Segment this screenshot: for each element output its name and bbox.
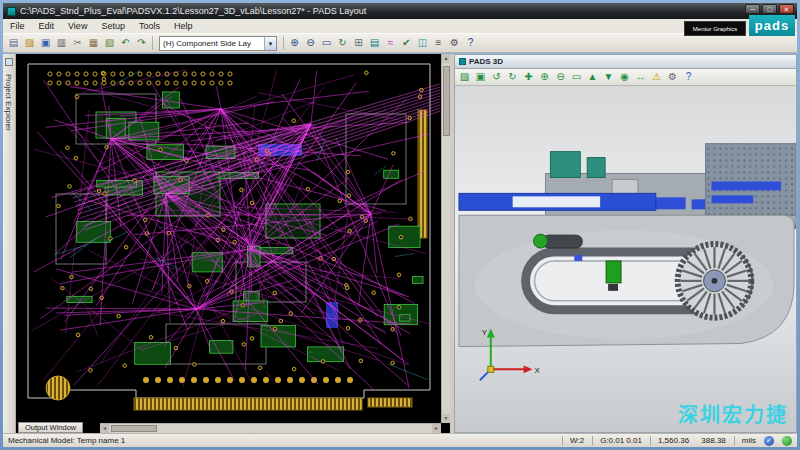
main-toolbar: ▤▨▣▥✂▦▧↶↷ (H) Component Side Lay ▾ ⊕⊖▭↻⊞… (3, 33, 797, 53)
print-icon[interactable]: ▥ (54, 35, 69, 51)
menu-bar: File Edit View Setup Tools Help (3, 19, 797, 33)
save-file-icon[interactable]: ▣ (38, 35, 53, 51)
scroll-right-icon[interactable]: ► (432, 424, 441, 433)
maximize-button[interactable]: □ (762, 4, 777, 14)
pads-3d-toolbar: ▨▣↺↻✚⊕⊖▭▲▼◉↔⚠⚙? (455, 69, 796, 86)
status-units[interactable]: mils (734, 436, 756, 445)
zoom-in-icon[interactable]: ⊕ (287, 35, 302, 51)
options-icon[interactable]: ⚙ (447, 35, 462, 51)
3d-viewport-container: Y X 深圳宏力捷 (455, 86, 796, 432)
status-bar: Mechanical Model: Temp name 1 W:2 G:0.01… (3, 433, 797, 447)
pan-icon[interactable]: ✚ (521, 69, 536, 85)
toolbar-separator (152, 36, 153, 50)
view-top-icon[interactable]: ▲ (585, 69, 600, 85)
minimize-button[interactable]: ─ (745, 4, 760, 14)
layout-canvas-area: ▲ ▼ Output Window ◄ ► (16, 54, 450, 433)
canvas-vertical-scrollbar[interactable]: ▲ ▼ (441, 54, 450, 423)
route-icon[interactable]: ≈ (383, 35, 398, 51)
rotate-right-icon[interactable]: ↻ (505, 69, 520, 85)
pads-3d-header[interactable]: PADS 3D (455, 55, 796, 69)
scroll-up-icon[interactable]: ▲ (442, 54, 450, 63)
window-title: C:\PADS_Stnd_Plus_Eval\PADSVX.1.2\Lesson… (20, 6, 366, 16)
watermark: 深圳宏力捷 (678, 399, 788, 428)
title-bar[interactable]: C:\PADS_Stnd_Plus_Eval\PADSVX.1.2\Lesson… (3, 3, 797, 19)
zoom-board-icon[interactable]: ▭ (319, 35, 334, 51)
grid-icon[interactable]: ⊞ (351, 35, 366, 51)
menu-item-setup[interactable]: Setup (94, 21, 132, 31)
scroll-down-icon[interactable]: ▼ (442, 414, 450, 423)
toolbar-separator (283, 36, 284, 50)
3d-viewport[interactable]: Y X (455, 86, 796, 432)
mentor-graphics-logo: Mentor Graphics (684, 21, 746, 36)
paste-icon[interactable]: ▧ (102, 35, 117, 51)
measure-3d-icon[interactable]: ↔ (633, 69, 648, 85)
output-window-button[interactable]: Output Window (18, 422, 83, 433)
menu-item-edit[interactable]: Edit (32, 21, 62, 31)
pads-3d-icon (459, 58, 466, 65)
undo-icon[interactable]: ↶ (118, 35, 133, 51)
status-indicator-blue[interactable]: ✓ (764, 436, 774, 446)
view-bottom-icon[interactable]: ▼ (601, 69, 616, 85)
y-axis-label: Y (482, 328, 488, 337)
brand-logos: Mentor Graphics pads (684, 15, 795, 36)
status-y-coordinate: 388.38 (701, 436, 725, 445)
menu-item-help[interactable]: Help (167, 21, 200, 31)
status-width: W:2 (562, 436, 584, 445)
horizontal-scroll-thumb[interactable] (111, 425, 157, 432)
pcb-canvas[interactable] (16, 54, 441, 423)
menu-item-view[interactable]: View (61, 21, 94, 31)
status-x-coordinate: 1,560.36 (658, 436, 689, 445)
warning-icon[interactable]: ⚠ (649, 69, 664, 85)
pads-layout-window: C:\PADS_Stnd_Plus_Eval\PADSVX.1.2\Lesson… (0, 0, 800, 450)
view-3d-icon[interactable]: ◫ (415, 35, 430, 51)
zoom-out-3d-icon[interactable]: ⊖ (553, 69, 568, 85)
redo-icon[interactable]: ↷ (134, 35, 149, 51)
new-document-icon[interactable]: ▤ (6, 35, 21, 51)
canvas-horizontal-scrollbar[interactable]: ◄ ► (100, 423, 441, 433)
pads-3d-title: PADS 3D (469, 57, 503, 66)
window-controls: ─ □ ✕ (745, 4, 794, 14)
menu-item-tools[interactable]: Tools (132, 21, 167, 31)
layer-selector-value: (H) Component Side Lay (163, 39, 251, 48)
zoom-out-icon[interactable]: ⊖ (303, 35, 318, 51)
layers-icon[interactable]: ▤ (367, 35, 382, 51)
x-axis-label: X (535, 366, 541, 375)
toolbar-icons-right: ⊕⊖▭↻⊞▤≈✔◫≡⚙? (287, 35, 478, 51)
snapshot-icon[interactable]: ◉ (617, 69, 632, 85)
zoom-in-3d-icon[interactable]: ⊕ (537, 69, 552, 85)
layer-selector[interactable]: (H) Component Side Lay ▾ (159, 36, 277, 51)
panel-tab-icon (5, 58, 13, 66)
scroll-left-icon[interactable]: ◄ (100, 424, 109, 433)
save-3d-icon[interactable]: ▣ (473, 69, 488, 85)
project-explorer-tab[interactable]: Project Explorer (3, 54, 16, 433)
status-grid: G:0.01 0.01 (592, 436, 642, 445)
cut-icon[interactable]: ✂ (70, 35, 85, 51)
status-message: Mechanical Model: Temp name 1 (8, 436, 554, 445)
pads-3d-panel: PADS 3D ▨▣↺↻✚⊕⊖▭▲▼◉↔⚠⚙? (454, 54, 797, 433)
close-button[interactable]: ✕ (779, 4, 794, 14)
menu-item-file[interactable]: File (3, 21, 32, 31)
help-icon[interactable]: ? (463, 35, 478, 51)
vertical-scroll-thumb[interactable] (443, 66, 450, 136)
open-file-icon[interactable]: ▨ (22, 35, 37, 51)
copy-icon[interactable]: ▦ (86, 35, 101, 51)
settings-3d-icon[interactable]: ⚙ (665, 69, 680, 85)
zoom-fit-3d-icon[interactable]: ▭ (569, 69, 584, 85)
status-indicator-green[interactable] (782, 436, 792, 446)
design-rules-icon[interactable]: ≡ (431, 35, 446, 51)
project-explorer-label: Project Explorer (4, 74, 13, 131)
pads-logo: pads (749, 15, 795, 36)
app-icon (7, 7, 16, 16)
redraw-icon[interactable]: ↻ (335, 35, 350, 51)
status-coordinates: 1,560.36 388.38 (650, 436, 726, 445)
open-3d-icon[interactable]: ▨ (457, 69, 472, 85)
verify-design-icon[interactable]: ✔ (399, 35, 414, 51)
chevron-down-icon[interactable]: ▾ (264, 37, 276, 50)
toolbar-icons-left: ▤▨▣▥✂▦▧↶↷ (6, 35, 149, 51)
help-3d-icon[interactable]: ? (681, 69, 696, 85)
rotate-left-icon[interactable]: ↺ (489, 69, 504, 85)
